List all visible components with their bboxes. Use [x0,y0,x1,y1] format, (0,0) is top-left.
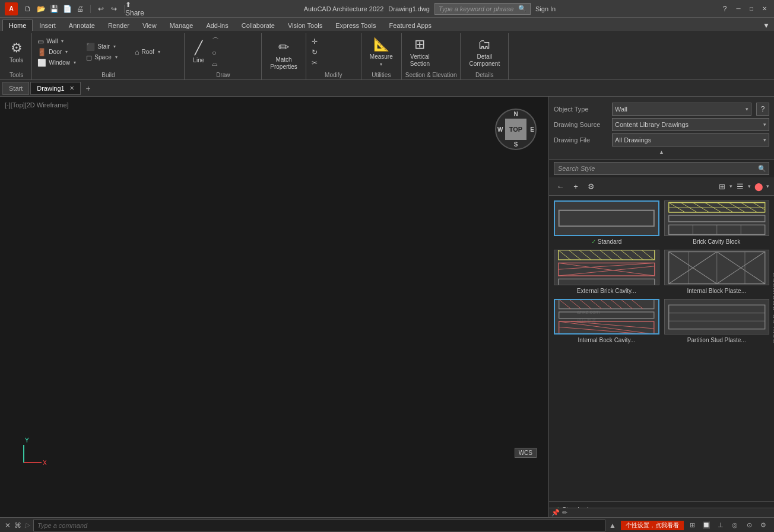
ortho-toggle[interactable]: ⊥ [715,520,727,531]
style-item-partition[interactable]: Partition Stud Plaste... [664,299,770,343]
line-button[interactable]: ╱ Line [188,34,209,70]
grid-toggle[interactable]: ⊞ [686,520,698,531]
style-item-brick-cavity[interactable]: Brick Cavity Block [664,200,770,245]
measure-button[interactable]: 📐 Measure ▾ [365,34,398,70]
search-style-input[interactable] [554,165,756,172]
search-style-button[interactable]: 🔍 [756,162,769,175]
save-button[interactable]: 💾 [49,4,59,14]
minimize-button[interactable]: ─ [734,4,743,14]
vertical-section-button[interactable]: ⊞ VerticalSection [405,34,434,70]
help-button[interactable]: ? [719,4,730,14]
window-arrow: ▾ [74,60,76,65]
wall-button[interactable]: ▭ Wall ▾ [36,37,83,46]
tab-manage[interactable]: Manage [163,20,200,31]
build-items: ▭ Wall ▾ 🚪 Door ▾ ⬜ Window ▾ [36,33,180,71]
command-input[interactable] [33,520,605,531]
undo-button[interactable]: ↩ [96,4,106,14]
tab-vision[interactable]: Vision Tools [281,20,329,31]
edit-button[interactable]: ✏ [562,509,567,517]
style-preview-partition[interactable] [664,299,770,335]
sign-in-button[interactable]: Sign In [535,5,556,12]
space-button[interactable]: ◻ Space ▾ [84,53,132,62]
search-input[interactable] [439,5,516,12]
tab-addins[interactable]: Add-ins [199,20,234,31]
tab-home[interactable]: Home [2,20,33,31]
tab-insert[interactable]: Insert [33,20,62,31]
list-view-button[interactable]: ☰ [734,180,747,193]
style-preview-int-block2[interactable]: anxz.com 设计资源 [554,299,659,335]
tab-annotate[interactable]: Annotate [62,20,101,31]
back-button[interactable]: ← [554,180,567,193]
color-options-button[interactable]: ⬤ [752,180,765,193]
rotate-button[interactable]: ↻ [310,47,357,57]
settings-icon[interactable]: ⚙ [757,520,769,531]
stair-icon: ⬛ [86,43,95,51]
ribbon-options[interactable]: ▼ [761,20,772,31]
grid-view-button[interactable]: ⊞ [715,180,728,193]
stair-button[interactable]: ⬛ Stair ▾ [84,42,132,52]
match-properties-button[interactable]: ✏ MatchProperties [265,37,302,73]
print-button[interactable]: 🖨 [75,4,85,14]
add-style-button[interactable]: + [569,180,582,193]
tools-button[interactable]: ⚙ Tools [5,34,28,70]
tab-featured[interactable]: Featured Apps [383,20,439,31]
snap-toggle[interactable]: 🔲 [700,520,712,531]
style-preview-standard[interactable] [554,200,659,236]
tab-express[interactable]: Express Tools [329,20,382,31]
redo-button[interactable]: ↪ [109,4,119,14]
drawing-file-select[interactable]: All Drawings ▾ [612,133,769,146]
polar-toggle[interactable]: ◎ [729,520,741,531]
pin-button[interactable]: 📌 [551,509,560,517]
tab-start[interactable]: Start [2,82,29,95]
cmd-history-icon[interactable]: ⌘ [14,521,21,530]
move-button[interactable]: ✛ [310,37,357,46]
object-type-help[interactable]: ? [756,103,769,116]
style-item-int-block2[interactable]: anxz.com 设计资源 Internal Bock Cavity... [554,299,659,343]
drawing-source-select[interactable]: Content Library Drawings ▾ [612,118,769,131]
style-preview-int-block[interactable] [664,250,770,285]
share-button[interactable]: ⬆ Share [129,4,140,14]
wcs-label: WCS [515,448,537,458]
style-name-int-block: Internal Block Plaste... [664,288,770,294]
tab-render[interactable]: Render [101,20,136,31]
door-button[interactable]: 🚪 Door ▾ [36,47,83,57]
new-tab-button[interactable]: + [82,82,95,95]
style-item-int-block[interactable]: Internal Block Plaste... [664,250,770,294]
object-type-select[interactable]: Wall ▾ [612,103,751,116]
styles-panel: Object Type Wall ▾ ? Drawing Source Cont… [548,97,774,517]
drawing1-label: Drawing1 [37,85,64,92]
canvas-area[interactable]: [-][Top][2D Wireframe] N S E W TOP WCS X… [0,97,548,517]
panel-collapse-arrow[interactable]: ▲ [554,149,769,155]
group-measure: 📐 Measure ▾ Utilities [363,33,402,79]
polyline-button[interactable]: ⌒ [210,36,258,47]
circle-button[interactable]: ○ [210,48,258,58]
detail-component-button[interactable]: 🗂 DetailComponent [464,34,505,70]
clear-cmd-icon[interactable]: ✕ [5,521,11,530]
window-button[interactable]: ⬜ Window ▾ [36,58,83,68]
build-column3: ⌂ Roof ▾ [133,47,180,57]
style-options-button[interactable]: ⚙ [585,180,598,193]
scroll-up-icon[interactable]: ▲ [609,521,616,530]
axis-indicator: X Y [18,433,53,470]
tab-view[interactable]: View [136,20,163,31]
open-button[interactable]: 📂 [36,4,46,14]
compass-south: S [514,141,518,148]
arc-button[interactable]: ⌓ [210,59,258,68]
maximize-button[interactable]: □ [747,4,756,14]
trim-button[interactable]: ✂ [310,58,357,68]
style-preview-brick-cavity[interactable] [664,200,770,236]
roof-button[interactable]: ⌂ Roof ▾ [133,47,180,57]
tab-collaborate[interactable]: Collaborate [235,20,281,31]
new-button[interactable]: 🗋 [23,4,33,14]
style-preview-ext-brick[interactable] [554,250,659,285]
global-search[interactable]: 🔍 [434,3,531,15]
style-item-standard[interactable]: Standard [554,200,659,245]
osnap-toggle[interactable]: ⊙ [743,520,755,531]
style-item-ext-brick[interactable]: External Brick Cavity... [554,250,659,294]
tab-drawing1[interactable]: Drawing1 ✕ [30,82,80,95]
tip-button[interactable]: 个性设置，点我看看 [621,521,684,530]
roof-icon: ⌂ [135,48,139,56]
drawing1-close[interactable]: ✕ [69,85,74,91]
close-button[interactable]: ✕ [760,4,769,14]
save-as-button[interactable]: 📄 [62,4,72,14]
